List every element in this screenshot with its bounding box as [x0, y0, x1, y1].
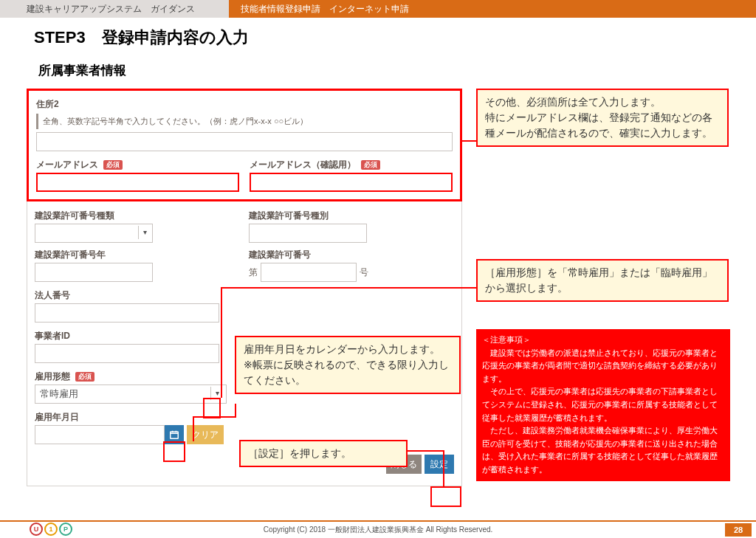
corp-no-label: 法人番号 [35, 289, 454, 302]
connector-4v [443, 450, 444, 486]
callout-2-text: ［雇用形態］を「常時雇用」または「臨時雇用」から選択します。 [485, 266, 712, 294]
addr2-input[interactable] [36, 132, 453, 151]
required-badge: 必須 [361, 160, 380, 170]
set-button[interactable]: 設定 [425, 455, 454, 474]
permit-prefix: 第 [249, 266, 258, 279]
callout-3: 雇用年月日をカレンダーから入力します。 ※帳票に反映されるので、できる限り入力し… [235, 336, 461, 394]
emp-date-label: 雇用年月日 [35, 411, 454, 424]
step-title: STEP3 登録申請内容の入力 [34, 27, 756, 49]
red-notice-title: ＜注意事項＞ [482, 334, 724, 347]
email-confirm-input[interactable] [250, 173, 453, 192]
permit-year-input[interactable] [35, 263, 153, 282]
highlight-emp-type-arrow [203, 398, 221, 418]
corp-no-input[interactable] [35, 303, 219, 323]
permit-suffix: 号 [360, 266, 368, 279]
connector-1 [462, 140, 476, 142]
top-highlight-box: 住所2 全角、英数字記号半角で入力してください。（例：虎ノ門x-x-x ○○ビル… [27, 89, 462, 201]
page-number: 28 [725, 523, 752, 537]
connector-3h [193, 416, 235, 418]
connector-2h [221, 287, 476, 289]
callout-4-text: ［設定］を押します。 [248, 447, 351, 459]
emp-type-select[interactable] [35, 384, 227, 404]
brand-icon-1: U [30, 523, 43, 536]
permit-year-label: 建設業許可番号年 [35, 249, 240, 261]
header-left: 建設キャリアアップシステム ガイダンス [0, 0, 229, 18]
highlight-set-button [430, 486, 461, 507]
addr2-label: 住所2 [36, 98, 453, 111]
brand-icon-2: 1 [44, 523, 58, 536]
connector-3v2 [235, 404, 236, 418]
callout-4: ［設定］を押します。 [239, 440, 408, 467]
brand-icons: U 1 P [30, 523, 72, 536]
permit-number-input[interactable] [261, 263, 357, 282]
connector-2v [221, 287, 222, 398]
permit-type-label: 建設業許可番号種類 [35, 210, 240, 222]
red-notice: ＜注意事項＞ 建設業では労働者の派遣は禁止されており、応援元の事業者と応援先の事… [476, 329, 730, 481]
svg-rect-0 [171, 432, 179, 438]
email-confirm-label: メールアドレス（確認用） 必須 [250, 159, 453, 171]
brand-icon-3: P [59, 523, 72, 536]
red-notice-body: 建設業では労働者の派遣は禁止されており、応援元の事業者と応援先の事業者が両者間で… [482, 347, 724, 477]
required-badge: 必須 [103, 160, 123, 170]
email-label-text: メールアドレス [36, 159, 98, 170]
biz-id-input[interactable] [35, 344, 219, 363]
email-input[interactable] [36, 173, 239, 192]
emp-type-label-text: 雇用形態 [35, 371, 70, 382]
subsection-title: 所属事業者情報 [38, 62, 756, 79]
header-right: 技能者情報登録申請 インターネット申請 [229, 0, 756, 18]
required-badge: 必須 [75, 372, 94, 382]
connector-3v [193, 416, 194, 441]
permit-kind-input[interactable] [249, 224, 367, 243]
highlight-calendar [163, 441, 185, 462]
permit-type-select[interactable] [35, 224, 153, 243]
permit-number-label: 建設業許可番号 [249, 249, 454, 261]
permit-kind-label: 建設業許可番号種別 [249, 210, 454, 222]
chevron-down-icon: ▾ [138, 226, 151, 239]
callout-3-text: 雇用年月日をカレンダーから入力します。 ※帳票に反映されるので、できる限り入力し… [244, 343, 449, 386]
callout-1-text: その他、必須箇所は全て入力します。 特にメールアドレス欄は、登録完了通知などの各… [485, 96, 712, 139]
emp-date-input[interactable] [35, 425, 165, 444]
addr2-hint: 全角、英数字記号半角で入力してください。（例：虎ノ門x-x-x ○○ビル） [36, 114, 453, 129]
footer: U 1 P Copyright (C) 2018 一般財団法人建設業振興基金 A… [0, 520, 756, 538]
callout-2: ［雇用形態］を「常時雇用」または「臨時雇用」から選択します。 [476, 259, 729, 302]
connector-4h [408, 450, 444, 452]
email-confirm-label-text: メールアドレス（確認用） [250, 159, 356, 170]
header-bar: 建設キャリアアップシステム ガイダンス 技能者情報登録申請 インターネット申請 [0, 0, 756, 18]
email-label: メールアドレス 必須 [36, 159, 239, 171]
callout-1: その他、必須箇所は全て入力します。 特にメールアドレス欄は、登録完了通知などの各… [476, 89, 729, 147]
copyright: Copyright (C) 2018 一般財団法人建設業振興基金 All Rig… [264, 525, 493, 535]
